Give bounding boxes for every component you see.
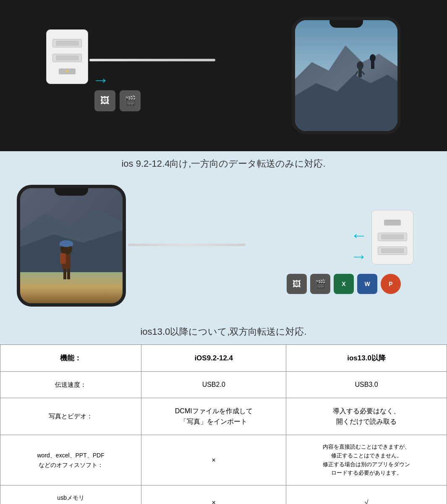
th-ios13: ios13.0以降 [286,345,447,372]
phone-right [292,17,401,134]
arrow-left-bottom: ← [350,227,367,244]
row4-feature: usbメモリ /コントローラー/マイクなど: [0,486,141,504]
svg-point-3 [357,61,363,70]
phone-frame-right [292,17,401,134]
arrows-middle: ← → [350,227,367,265]
caption-1: ios 9.2-12.4向け,一方向のデータ転送のみに対応. [0,151,447,176]
row3-feature: word、excel、PPT、PDF などのオフィスソフト： [0,435,141,485]
table-row: usbメモリ /コントローラー/マイクなど: × √ [0,486,447,504]
row2-col1: DCMIファイルを作成して 「写真」をインポート [141,398,286,435]
icon-photo-top: 🖼 [94,90,115,111]
row1-col1: USB2.0 [141,372,286,398]
icon-row-top: 🖼 🎬 [94,90,141,111]
cable-top [89,59,215,61]
svg-rect-19 [67,269,70,279]
svg-rect-8 [371,61,374,69]
table-header-row: 機能： iOS9.2-12.4 ios13.0以降 [0,345,447,372]
port-inner-r1 [381,234,404,239]
adapter-left: ⚡ [46,29,88,84]
second-diagram: ← → 🖼 🎬 X W P [0,176,447,319]
caption-2-text: ios13.0以降について,双方向転送に対応. [140,326,306,337]
table-row: 伝送速度： USB2.0 USB3.0 [0,372,447,398]
port-slot-2 [52,54,82,62]
svg-point-7 [370,54,376,62]
arrow-right-bottom: → [350,248,367,265]
table-row: 写真とビデオ： DCMIファイルを作成して 「写真」をインポート 導入する必要は… [0,398,447,435]
phone-frame-left [17,185,126,307]
port-slot-r1 [378,233,407,241]
svg-rect-4 [358,69,362,77]
port-inner-r2 [381,248,404,253]
row4-col1: × [141,486,286,504]
phone-left [17,185,126,307]
cable-bottom [128,244,246,246]
row2-feature: 写真とビデオ： [0,398,141,435]
icon-photo-bottom: 🖼 [287,274,307,294]
diagram-bottom: ← → 🖼 🎬 X W P [0,176,447,344]
top-section: ⚡ 🖼 🎬 [0,0,447,151]
icon-ppt-bottom: P [381,274,401,294]
svg-rect-17 [60,253,66,264]
icon-video-bottom: 🎬 [310,274,330,294]
svg-rect-15 [60,242,73,246]
row2-col2: 導入する必要はなく、 開くだけで読み取る [286,398,447,435]
icon-video-top: 🎬 [120,90,141,111]
th-ios9: iOS9.2-12.4 [141,345,286,372]
caption-1-text: ios 9.2-12.4向け,一方向のデータ転送のみに対応. [121,158,325,169]
row4-col2: √ [286,486,447,504]
icon-word-bottom: W [357,274,377,294]
port-slot-1 [52,39,82,47]
diagram-top: ⚡ 🖼 🎬 [13,8,434,143]
arrow-area-top: 🖼 🎬 [92,74,143,111]
icon-excel-bottom: X [334,274,354,294]
adapter-right [371,210,413,265]
phone-screen-mountain [295,20,397,131]
comparison-table: 機能： iOS9.2-12.4 ios13.0以降 伝送速度： USB2.0 U… [0,344,447,504]
row1-feature: 伝送速度： [0,372,141,398]
caption-2: ios13.0以降について,双方向転送に対応. [0,319,447,344]
table-section: 機能： iOS9.2-12.4 ios13.0以降 伝送速度： USB2.0 U… [0,344,447,504]
icon-row-bottom: 🖼 🎬 X W P [287,274,401,294]
th-feature: 機能： [0,345,141,372]
main-container: ⚡ 🖼 🎬 [0,0,447,504]
phone-screen-woman [20,188,123,303]
phone-notch-right [329,20,363,28]
port-slot-r2 [378,247,407,255]
row3-col1: × [141,435,286,485]
port-inner-1 [56,41,79,46]
port-inner-2 [56,55,79,60]
phone-notch-left [55,188,88,196]
mountain-scene [295,20,397,131]
arrow-right-top [92,74,143,86]
row1-col2: USB3.0 [286,372,447,398]
svg-rect-18 [63,269,66,279]
row3-col2: 内容を直接読むことはできますが、 修正することはできません。 修正する場合は別の… [286,435,447,485]
table-row: word、excel、PPT、PDF などのオフィスソフト： × 内容を直接読む… [0,435,447,485]
svg-rect-12 [20,272,123,303]
